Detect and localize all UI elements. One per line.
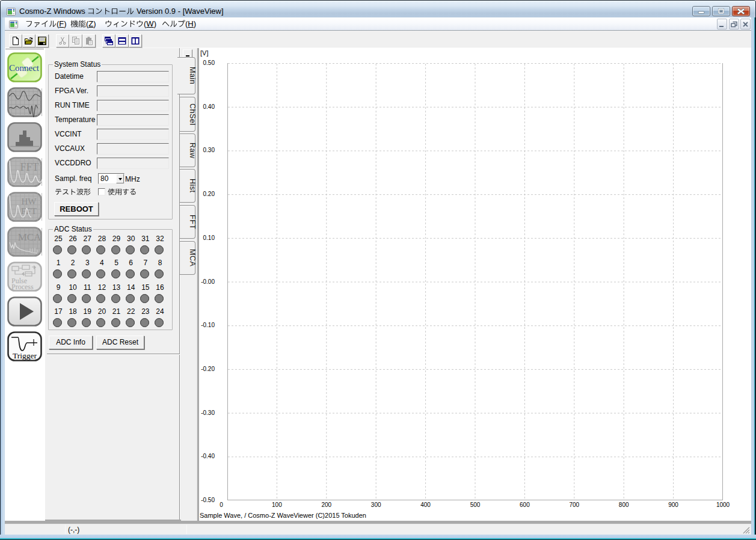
- resize-grip[interactable]: [742, 526, 750, 534]
- x-axis-tick-label: 900: [656, 502, 692, 508]
- hw-fft-icon: HWFFT: [7, 192, 42, 222]
- new-document-icon: [11, 36, 20, 46]
- adc-channel-number: 32: [153, 235, 167, 243]
- adc-status-led-13: [111, 294, 120, 303]
- waveview-chart: [V] 0.500.400.300.200.10-0.00-0.10-0.20-…: [199, 48, 751, 521]
- fft-icon: FFT: [7, 157, 42, 187]
- reboot-button[interactable]: REBOOT: [54, 202, 99, 216]
- field-input-temperature[interactable]: [97, 114, 169, 126]
- adc-status-led-9: [53, 294, 62, 303]
- window-close-button[interactable]: [732, 6, 750, 16]
- sidebar-histogram-button[interactable]: [7, 122, 42, 152]
- sidebar-mca-button[interactable]: MCA: [7, 227, 42, 257]
- mca-icon: MCA: [7, 227, 42, 257]
- window-maximize-button[interactable]: [712, 6, 730, 16]
- x-axis-tick-label: 400: [408, 502, 444, 508]
- field-input-datetime[interactable]: [97, 71, 169, 82]
- x-axis-tick-label: 300: [358, 502, 394, 508]
- connect-icon: Connect: [7, 52, 42, 82]
- mdi-close-button[interactable]: [740, 19, 751, 29]
- sidebar-trigger-button[interactable]: Trigger: [7, 331, 42, 361]
- sample-freq-unit: MHz: [125, 174, 140, 185]
- test-wave-checkbox[interactable]: [98, 188, 105, 195]
- field-input-fpga-ver-[interactable]: [97, 85, 169, 97]
- adc-channel-number: 22: [124, 307, 138, 316]
- adc-status-led-30: [126, 245, 135, 254]
- adc-channel-number: 19: [80, 307, 94, 316]
- menu-item-label: [162, 19, 185, 28]
- adc-status-led-31: [140, 245, 149, 254]
- svg-text:Trigger: Trigger: [13, 351, 37, 360]
- toolbar-tile-horizontal-button[interactable]: [115, 34, 129, 48]
- adc-channel-number: 2: [66, 259, 80, 267]
- adc-channel-number: 28: [94, 235, 109, 243]
- svg-text:MCA: MCA: [18, 232, 41, 243]
- toolbar-cascade-windows-button[interactable]: [102, 34, 115, 48]
- statusbar-separator: [186, 525, 187, 534]
- statusbar-coordinates: (-,-): [68, 525, 79, 535]
- sidebar-top-edge: [5, 49, 44, 50]
- tab-raw[interactable]: Raw: [180, 133, 195, 167]
- field-input-vccaux[interactable]: [97, 143, 169, 155]
- sidebar: ConnectFFTHWFFTMCAPulseProcessTrigger: [5, 48, 45, 521]
- field-label-run-time: RUN TIME: [55, 100, 90, 111]
- adc-status-title: ADC Status: [53, 225, 93, 234]
- tab-main[interactable]: Main: [177, 57, 195, 94]
- tab-chsel[interactable]: ChSel: [180, 97, 195, 132]
- y-axis-tick-label: 0.50: [199, 60, 215, 66]
- status-bar: (-,-): [5, 524, 751, 535]
- tab-mca[interactable]: MCA: [180, 241, 195, 275]
- y-axis-tick-label: 0.20: [199, 191, 215, 197]
- test-wave-checkbox-label: [108, 186, 137, 198]
- adc-status-led-20: [96, 318, 105, 327]
- field-input-run-time[interactable]: [97, 100, 169, 111]
- sidebar-play-button[interactable]: [7, 296, 42, 327]
- sidebar-connect-button[interactable]: Connect: [7, 52, 42, 82]
- adc-status-led-3: [82, 269, 91, 278]
- control-panel: System Status DatetimeFPGA Ver.RUN TIMET…: [45, 48, 199, 521]
- sample-freq-combobox[interactable]: 80: [98, 173, 124, 184]
- menu-item-w[interactable]: (W): [105, 17, 156, 30]
- x-axis-tick-label: 700: [556, 502, 592, 508]
- adc-status-led-5: [111, 269, 120, 278]
- adc-status-led-24: [155, 318, 164, 327]
- menu-item-label: [25, 19, 57, 28]
- toolbar-open-folder-button[interactable]: [22, 34, 35, 48]
- menu-item-label: [70, 19, 86, 28]
- field-input-vccint[interactable]: [97, 129, 169, 140]
- sidebar-pulse-process-button[interactable]: PulseProcess: [7, 262, 42, 292]
- sidebar-waveform-button[interactable]: [7, 87, 42, 117]
- menu-item-label: [105, 19, 144, 28]
- window-border-bottom: [0, 535, 756, 540]
- combo-dropdown-icon[interactable]: [116, 174, 124, 183]
- menu-item-f[interactable]: (F): [25, 17, 67, 30]
- sidebar-hw-fft-button[interactable]: HWFFT: [7, 192, 42, 222]
- y-axis-tick-label: 0.30: [199, 147, 215, 153]
- titlebar-highlight: [1, 1, 755, 1]
- mdi-minimize-button[interactable]: [717, 19, 727, 29]
- toolbar-copy-pages-button: [69, 34, 82, 48]
- toolbar-new-document-button[interactable]: [9, 34, 22, 48]
- app-icon: [7, 7, 16, 15]
- tab-label: FFT: [182, 206, 197, 238]
- adc-channel-number: 31: [138, 235, 153, 243]
- paste-clipboard-icon: [84, 36, 94, 46]
- adc-reset-button[interactable]: ADC Reset: [96, 336, 144, 349]
- cut-scissors-icon: [58, 36, 67, 46]
- field-label-vccint: VCCINT: [55, 129, 82, 140]
- menu-item-z[interactable]: (Z): [70, 17, 96, 30]
- window-border-left: [0, 17, 5, 540]
- field-input-vccddro[interactable]: [97, 158, 169, 169]
- mdi-restore-button[interactable]: [729, 19, 739, 29]
- y-axis-tick-label: -0.40: [199, 453, 215, 459]
- toolbar-save-floppy-button[interactable]: [35, 34, 49, 48]
- window-minimize-button[interactable]: [692, 6, 710, 16]
- sidebar-fft-button[interactable]: FFT: [7, 157, 42, 187]
- adc-info-button[interactable]: ADC Info: [49, 336, 93, 349]
- svg-text:HW: HW: [22, 197, 37, 206]
- tab-fft[interactable]: FFT: [180, 205, 195, 239]
- adc-channel-number: 9: [51, 283, 66, 292]
- tab-hist[interactable]: Hist: [180, 169, 195, 203]
- toolbar-tile-vertical-button[interactable]: [129, 34, 142, 48]
- menu-item-h[interactable]: (H): [162, 17, 196, 30]
